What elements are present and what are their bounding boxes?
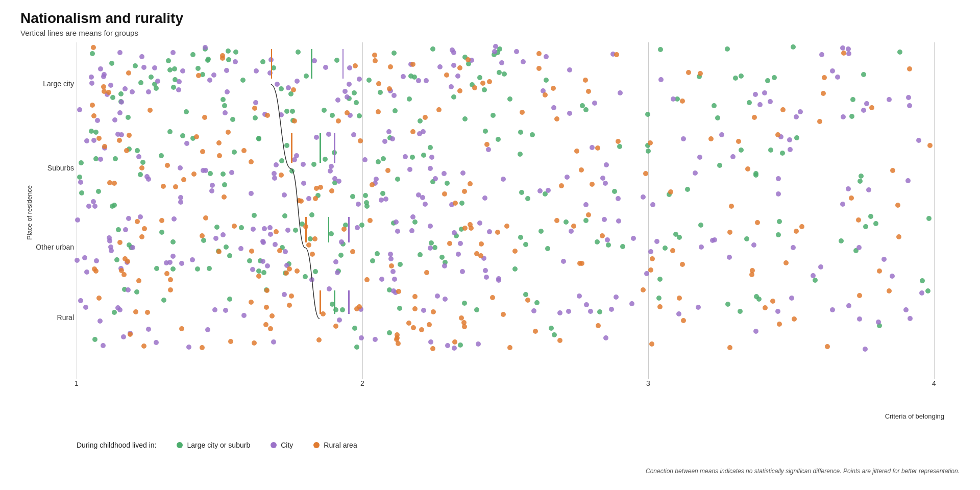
scatter-dot xyxy=(216,140,222,145)
scatter-dot xyxy=(677,296,682,301)
scatter-dot xyxy=(567,67,572,72)
scatter-dot xyxy=(178,165,183,170)
scatter-dot xyxy=(456,252,461,257)
scatter-dot xyxy=(77,107,82,112)
scatter-dot xyxy=(106,90,111,95)
scatter-dot xyxy=(538,229,544,234)
scatter-dot xyxy=(226,130,231,135)
scatter-dot xyxy=(677,235,682,240)
scatter-dot xyxy=(253,115,258,120)
scatter-dot xyxy=(822,75,827,80)
scatter-dot xyxy=(455,74,460,79)
scatter-dot xyxy=(453,201,458,206)
scatter-dot xyxy=(159,218,164,223)
scatter-dot xyxy=(270,313,275,318)
scatter-dot xyxy=(203,45,208,50)
scatter-dot xyxy=(194,134,199,139)
scatter-dot xyxy=(329,188,334,193)
scatter-dot xyxy=(338,253,344,258)
scatter-dot xyxy=(487,79,492,84)
scatter-dot xyxy=(442,263,447,268)
scatter-dot xyxy=(327,286,332,291)
scatter-dot xyxy=(614,52,619,57)
scatter-dot xyxy=(271,339,276,345)
scatter-dot xyxy=(275,82,280,87)
scatter-dot xyxy=(681,136,686,141)
scatter-dot xyxy=(102,72,107,77)
scatter-dot xyxy=(376,81,381,86)
scatter-dot xyxy=(657,277,663,282)
scatter-dot xyxy=(518,130,523,135)
scatter-dot xyxy=(249,159,254,164)
scatter-dot xyxy=(313,269,318,274)
scatter-dot xyxy=(846,303,851,308)
scatter-dot xyxy=(172,66,177,71)
scatter-dot xyxy=(79,190,84,195)
scatter-dot xyxy=(139,54,144,59)
scatter-dot xyxy=(680,99,685,104)
scatter-dot xyxy=(213,236,218,241)
scatter-dot xyxy=(839,238,844,243)
scatter-dot xyxy=(94,258,99,263)
scatter-dot xyxy=(418,252,423,257)
scatter-dot xyxy=(92,204,97,209)
scatter-dot xyxy=(233,59,238,64)
scatter-dot xyxy=(772,75,777,80)
scatter-dot xyxy=(154,86,159,91)
scatter-dot xyxy=(152,65,157,70)
scatter-dot xyxy=(457,88,462,93)
chart-subtitle: Vertical lines are means for groups xyxy=(20,29,970,37)
scatter-dot xyxy=(693,170,698,176)
scatter-dot xyxy=(274,162,279,167)
scatter-dot xyxy=(423,115,428,120)
scatter-dot xyxy=(696,305,701,310)
scatter-dot xyxy=(139,165,144,170)
y-label-large-city: Large city xyxy=(20,80,74,88)
scatter-dot xyxy=(225,89,230,94)
scatter-dot xyxy=(799,224,804,229)
scatter-dot xyxy=(92,337,97,342)
scatter-dot xyxy=(763,305,768,310)
scatter-dot xyxy=(217,153,222,158)
scatter-dot xyxy=(551,105,556,110)
scatter-dot xyxy=(205,58,210,63)
scatter-dot xyxy=(490,295,495,300)
scatter-dot xyxy=(334,58,339,63)
scatter-dot xyxy=(358,138,363,143)
x-tick-4: 4 xyxy=(932,379,936,415)
scatter-dot xyxy=(680,262,685,267)
scatter-dot xyxy=(857,293,862,298)
scatter-dot xyxy=(149,75,154,80)
scatter-dot xyxy=(146,89,151,94)
scatter-dot xyxy=(670,248,675,253)
scatter-dot xyxy=(565,175,570,180)
scatter-dot xyxy=(449,84,454,89)
scatter-dot xyxy=(479,241,484,247)
scatter-dot xyxy=(646,149,651,154)
scatter-dot xyxy=(108,83,113,88)
scatter-dot xyxy=(97,318,103,324)
scatter-dot xyxy=(739,148,744,153)
scatter-dot xyxy=(107,238,112,243)
scatter-dot xyxy=(428,166,433,171)
scatter-dot xyxy=(715,115,720,120)
scatter-dot xyxy=(730,154,736,159)
scatter-dot xyxy=(920,278,925,283)
scatter-dot xyxy=(161,184,166,189)
scatter-dot xyxy=(352,90,357,95)
scatter-dot xyxy=(370,182,375,187)
footnote: Conection between means indicates no sta… xyxy=(646,468,960,475)
scatter-dot xyxy=(289,168,295,174)
scatter-dot xyxy=(282,192,287,198)
scatter-dot xyxy=(609,307,614,312)
scatter-dot xyxy=(336,118,341,124)
scatter-dot xyxy=(356,202,361,207)
scatter-dot xyxy=(335,270,340,275)
scatter-dot xyxy=(445,343,450,348)
scatter-dot xyxy=(753,92,758,97)
legend-area: During childhood lived in: Large city or… xyxy=(77,441,357,449)
scatter-dot xyxy=(794,229,799,234)
scatter-dot xyxy=(768,148,773,153)
scatter-dot xyxy=(330,113,335,118)
scatter-dot xyxy=(337,317,342,323)
